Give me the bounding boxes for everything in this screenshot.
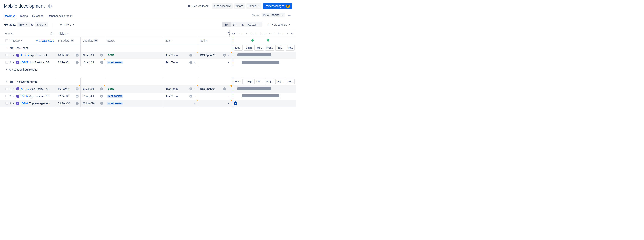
timeline-release-chip[interactable]: Proj… — [275, 79, 284, 84]
timeline-collapse-icon[interactable] — [232, 32, 235, 35]
filters-button[interactable]: Filters — [58, 22, 76, 27]
timeline-bar[interactable] — [237, 53, 271, 56]
clear-icon[interactable]: ✕ — [76, 87, 78, 90]
team-value[interactable]: Test Team — [166, 87, 178, 90]
due-date-value[interactable]: 03/Nov/20 — [82, 102, 95, 105]
issue-key-link[interactable]: ADR-5 — [21, 54, 29, 57]
due-date-value[interactable]: 13/Apr/21 — [82, 61, 94, 64]
status-badge[interactable]: DONE — [107, 87, 115, 90]
give-feedback-button[interactable]: Give feedback — [186, 3, 210, 9]
range-option-fit[interactable]: Fit — [238, 22, 246, 27]
select-all-checkbox[interactable] — [5, 39, 8, 42]
status-badge[interactable]: DONE — [107, 54, 115, 57]
clear-icon[interactable]: ✕ — [189, 87, 192, 90]
column-issue-dropdown[interactable]: Issue — [13, 39, 22, 42]
chevron-down-icon[interactable] — [227, 61, 230, 64]
clear-icon[interactable]: ✕ — [189, 61, 192, 64]
clear-icon[interactable]: ✕ — [76, 54, 78, 57]
sprint-value[interactable]: IOS Sprint 2 — [200, 54, 214, 57]
issue-key-link[interactable]: IOS-6 — [21, 102, 28, 105]
clear-icon[interactable]: ✕ — [189, 54, 192, 57]
chevron-down-icon[interactable] — [227, 88, 230, 90]
clear-icon[interactable]: ✕ — [223, 54, 226, 57]
timeline-release-chip[interactable]: IOS … — [254, 45, 264, 51]
timeline-bar[interactable] — [237, 87, 271, 90]
timeline-bar[interactable] — [242, 61, 280, 64]
row-checkbox[interactable] — [5, 102, 8, 105]
sprint-value[interactable]: IOS Sprint 2 — [200, 87, 214, 90]
tab-releases[interactable]: Releases — [32, 13, 43, 19]
chevron-down-icon[interactable] — [194, 88, 196, 90]
row-expand-icon[interactable] — [12, 95, 15, 97]
row-timeline[interactable] — [232, 100, 296, 107]
fields-dropdown[interactable]: Fields — [56, 30, 230, 37]
group-collapse-icon[interactable] — [5, 80, 8, 83]
timeline-release-chip[interactable]: Emu — [234, 45, 243, 51]
more-actions-icon[interactable] — [287, 12, 292, 18]
timeline-release-chip[interactable]: Dingo — [244, 79, 253, 84]
clear-icon[interactable]: ✕ — [76, 102, 78, 105]
clear-icon[interactable]: ✕ — [100, 61, 103, 64]
clear-icon[interactable]: ✕ — [76, 61, 78, 64]
row-timeline[interactable] — [232, 92, 296, 100]
start-date-value[interactable]: 16/Feb/21 — [58, 54, 70, 57]
row-checkbox[interactable] — [5, 95, 8, 97]
timeline-undo-icon[interactable] — [227, 32, 231, 35]
due-date-value[interactable]: 02/Apr/21 — [82, 54, 94, 57]
row-timeline[interactable] — [232, 59, 296, 66]
row-checkbox[interactable] — [5, 61, 8, 64]
row-expand-icon[interactable] — [12, 88, 15, 90]
issue-key-link[interactable]: IOS-5 — [21, 61, 28, 64]
start-date-value[interactable]: 16/Feb/21 — [58, 87, 70, 90]
status-badge[interactable]: IN PROGRESS — [107, 102, 123, 105]
timeline-release-chip[interactable]: Dingo — [244, 45, 253, 51]
team-value[interactable]: Test Team — [166, 61, 178, 64]
chevron-down-icon[interactable] — [227, 54, 230, 56]
share-button[interactable]: Share — [234, 3, 245, 9]
timeline-release-chip[interactable]: IOS … — [254, 79, 264, 84]
issue-key-link[interactable]: IOS-5 — [21, 95, 28, 98]
tab-teams[interactable]: Teams — [20, 13, 28, 19]
start-date-value[interactable]: 09/Sep/20 — [58, 102, 70, 105]
range-option-1y[interactable]: 1Y — [230, 22, 238, 27]
chevron-down-icon[interactable] — [194, 102, 196, 105]
hierarchy-to-select[interactable]: Story — [35, 22, 48, 27]
view-switcher[interactable]: Basic EDITED — [262, 13, 285, 17]
auto-schedule-button[interactable]: Auto-schedule — [212, 3, 233, 9]
timeline-range-segmented[interactable]: 3M1YFitCustom — [222, 22, 262, 27]
status-badge[interactable]: IN PROGRESS — [107, 95, 123, 98]
no-parent-expand-icon[interactable] — [5, 68, 8, 71]
chevron-down-icon[interactable] — [194, 95, 196, 97]
row-checkbox[interactable] — [5, 54, 8, 56]
timeline-release-chip[interactable]: Proj… — [265, 45, 274, 51]
row-expand-icon[interactable] — [12, 61, 15, 63]
team-value[interactable]: Test Team — [166, 95, 178, 98]
clear-icon[interactable]: ✕ — [100, 54, 103, 57]
range-option-custom[interactable]: Custom — [246, 22, 262, 27]
timeline-release-chip[interactable]: Proj… — [265, 79, 274, 84]
review-changes-button[interactable]: Review changes 34 — [263, 3, 292, 9]
export-button[interactable]: Export — [246, 3, 261, 9]
chevron-down-icon[interactable] — [194, 61, 196, 64]
create-issue-button[interactable]: Create issue — [36, 39, 54, 42]
tab-dependencies-report[interactable]: Dependencies report — [48, 13, 72, 19]
row-expand-icon[interactable] — [12, 102, 15, 104]
view-settings-button[interactable]: View settings — [265, 22, 292, 27]
chevron-down-icon[interactable] — [227, 95, 230, 97]
group-collapse-icon[interactable] — [5, 47, 8, 49]
status-badge[interactable]: IN PROGRESS — [107, 61, 123, 64]
hierarchy-from-select[interactable]: Epic — [18, 22, 30, 27]
row-checkbox[interactable] — [5, 88, 8, 90]
search-icon[interactable] — [50, 32, 54, 35]
team-value[interactable]: Test Team — [166, 54, 178, 57]
issue-key-link[interactable]: ADR-5 — [21, 87, 29, 90]
timeline-bar[interactable] — [242, 94, 280, 97]
due-date-value[interactable]: 13/Apr/21 — [82, 95, 94, 98]
timeline-release-chip[interactable]: Proj… — [286, 79, 295, 84]
settings-gear-icon[interactable] — [48, 4, 52, 8]
tab-roadmap[interactable]: Roadmap — [4, 13, 15, 19]
clear-icon[interactable]: ✕ — [100, 102, 103, 105]
clear-icon[interactable]: ✕ — [100, 95, 103, 98]
row-timeline[interactable] — [232, 85, 296, 92]
row-timeline[interactable] — [232, 51, 296, 59]
